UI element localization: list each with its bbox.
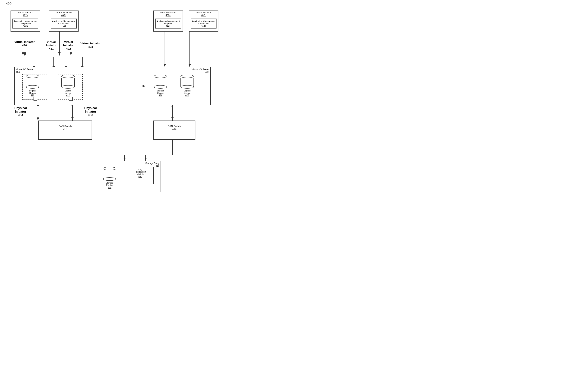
port-422: [69, 97, 73, 101]
diagram: 400: [0, 0, 249, 195]
virtual-initiator-432: VirtualInitiator432: [63, 40, 74, 51]
vm402d-component: Application Management Component412d: [191, 19, 217, 29]
virtual-initiator-430: Virtual Initiator430: [14, 40, 35, 47]
vios-404: Virtual I/O Server404 LogicalDevice420 L…: [14, 67, 112, 105]
vm402c-title: Virtual Machine402c: [154, 11, 183, 17]
vm402c-component: Application Management Component412c: [155, 19, 181, 29]
vm402b-component: Application Management Component412b: [51, 19, 77, 29]
vm-402a: Virtual Machine402a Application Manageme…: [11, 11, 40, 32]
san-switch-410: SAN Switch410: [38, 121, 92, 140]
storage-portion: StoragePortion440: [103, 167, 116, 189]
logical-device-426: LogicalDevice426: [181, 75, 194, 96]
logical-device-422: LogicalDevice422: [61, 75, 75, 96]
figure-label: 400: [6, 2, 12, 6]
physical-initiator-436: PhysicalInitiator436: [84, 106, 97, 117]
vm402b-title: Virtual Machine402b: [49, 11, 78, 17]
key-registration-module: KeyRegistrationModule440: [127, 167, 154, 184]
vm402d-title: Virtual Machine402d: [189, 11, 218, 17]
vm402a-title: Virtual Machine402a: [11, 11, 40, 17]
san-switch-414: SAN Switch414: [153, 121, 195, 140]
storage-array: Storage Array416 StoragePortion440 KeyRe…: [92, 161, 161, 192]
vm-402c: Virtual Machine402c Application Manageme…: [153, 11, 183, 32]
vm402a-component: Application Management Component412a: [12, 19, 38, 29]
logical-device-420: LogicalDevice420: [26, 75, 39, 96]
port-420: [34, 97, 37, 101]
vm-402d: Virtual Machine402d Application Manageme…: [189, 11, 218, 32]
virtual-initiator-433: Virtual Initiator433: [81, 42, 101, 49]
vios404-title: Virtual I/O Server404: [15, 67, 112, 74]
san410-label: SAN Switch410: [39, 121, 92, 131]
logical-device-424: LogicalDevice424: [154, 75, 167, 96]
physical-initiator-434: PhysicalInitiator434: [14, 106, 27, 117]
vm-402b: Virtual Machine402b Application Manageme…: [49, 11, 79, 32]
vios406-title: Virtual I/O Server406: [146, 67, 210, 74]
san414-label: SAN Switch414: [154, 121, 195, 131]
virtual-initiator-431: VirtualInitiator431: [46, 40, 57, 51]
vios-406: Virtual I/O Server406 LogicalDevice424 L…: [146, 67, 211, 105]
